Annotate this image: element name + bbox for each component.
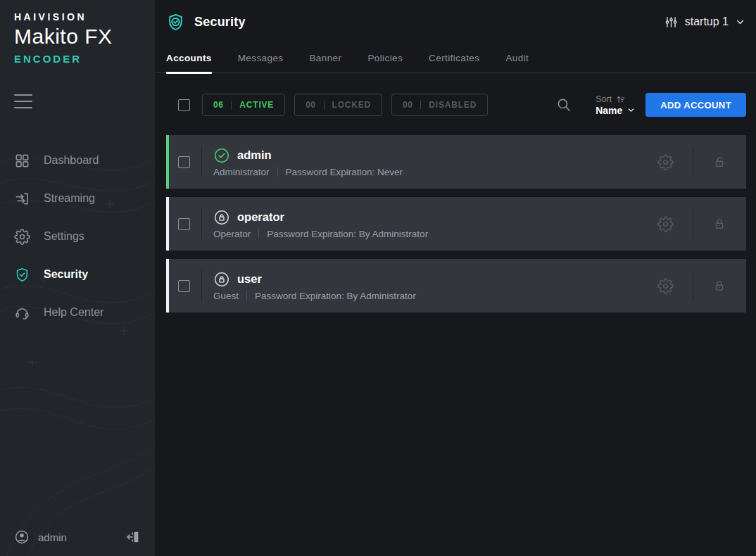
account-lock-button[interactable] bbox=[712, 155, 726, 169]
preset-value: startup 1 bbox=[685, 15, 729, 28]
page-header: Security startup 1 bbox=[155, 0, 756, 44]
tab-banner[interactable]: Banner bbox=[309, 44, 341, 73]
filter-disabled[interactable]: 00 DISABLED bbox=[391, 94, 488, 116]
account-expiration: Password Expiration: By Administrator bbox=[255, 291, 416, 301]
account-settings-button[interactable] bbox=[657, 278, 674, 294]
sidebar-item-settings[interactable]: Settings bbox=[0, 217, 155, 255]
page-title-group: Security bbox=[166, 13, 246, 32]
accounts-list: admin Administrator Password Expiration:… bbox=[166, 135, 746, 312]
account-row-operator[interactable]: operator Operator Password Expiration: B… bbox=[166, 197, 746, 251]
account-role: Operator bbox=[213, 229, 251, 239]
sort-control[interactable]: Sort Name bbox=[596, 94, 635, 116]
account-role: Administrator bbox=[213, 167, 270, 177]
divider bbox=[693, 271, 693, 301]
filter-bar-right: Sort Name ADD ACCOUNT bbox=[556, 93, 746, 117]
account-lock-button[interactable] bbox=[712, 217, 726, 231]
account-row-user[interactable]: user Guest Password Expiration: By Admin… bbox=[166, 259, 746, 312]
sort-value-row: Name bbox=[596, 105, 635, 116]
account-actions bbox=[657, 147, 746, 177]
search-button[interactable] bbox=[556, 97, 572, 113]
avatar-icon bbox=[14, 529, 30, 545]
sidebar: HAIVISION Makito FX ENCODER Dashboard St… bbox=[0, 0, 155, 556]
filter-bar: 06 ACTIVE 00 LOCKED 00 DISABLED bbox=[166, 93, 746, 117]
active-count: 06 bbox=[213, 100, 223, 110]
product-name: Makito FX bbox=[14, 25, 141, 49]
account-name: operator bbox=[237, 210, 284, 224]
account-settings-button[interactable] bbox=[657, 154, 674, 170]
help-center-icon bbox=[14, 305, 30, 321]
page-title: Security bbox=[194, 15, 246, 30]
sidebar-item-security[interactable]: Security bbox=[0, 255, 155, 293]
account-expiration: Password Expiration: Never bbox=[286, 167, 403, 177]
logout-icon bbox=[125, 529, 141, 545]
divider bbox=[201, 270, 202, 301]
account-actions bbox=[657, 271, 746, 301]
accounts-content: 06 ACTIVE 00 LOCKED 00 DISABLED bbox=[155, 73, 756, 321]
sidebar-item-label: Help Center bbox=[44, 306, 103, 319]
sidebar-item-label: Settings bbox=[44, 230, 84, 243]
account-expiration: Password Expiration: By Administrator bbox=[267, 229, 428, 239]
lock-circle-icon bbox=[213, 209, 230, 226]
tab-certificates[interactable]: Certificates bbox=[429, 44, 479, 73]
add-account-button[interactable]: ADD ACCOUNT bbox=[645, 93, 746, 117]
search-icon bbox=[556, 97, 572, 113]
gear-icon bbox=[657, 216, 674, 232]
sidebar-item-help-center[interactable]: Help Center bbox=[0, 293, 155, 331]
sidebar-item-streaming[interactable]: Streaming bbox=[0, 179, 155, 217]
account-info: operator Operator Password Expiration: B… bbox=[213, 209, 428, 239]
preset-selector[interactable]: startup 1 bbox=[664, 15, 745, 29]
locked-count: 00 bbox=[305, 100, 315, 110]
divider bbox=[258, 229, 259, 239]
account-name: admin bbox=[237, 149, 272, 162]
dashboard-icon bbox=[14, 153, 30, 169]
check-circle-icon bbox=[213, 147, 230, 164]
row-checkbox[interactable] bbox=[178, 218, 190, 230]
sidebar-item-label: Streaming bbox=[44, 192, 95, 205]
select-all-checkbox[interactable] bbox=[178, 99, 190, 111]
sort-label-row: Sort bbox=[596, 94, 635, 104]
account-role: Guest bbox=[213, 291, 239, 301]
brand-logo: HAIVISION Makito FX ENCODER bbox=[0, 0, 155, 65]
sort-ascending-icon bbox=[616, 94, 626, 104]
sidebar-footer: admin bbox=[0, 529, 155, 556]
divider bbox=[693, 209, 693, 239]
divider bbox=[201, 146, 202, 177]
divider bbox=[201, 208, 202, 239]
filter-locked[interactable]: 00 LOCKED bbox=[294, 94, 382, 116]
divider bbox=[231, 101, 232, 109]
app-root: HAIVISION Makito FX ENCODER Dashboard St… bbox=[0, 0, 756, 556]
account-settings-button[interactable] bbox=[657, 216, 674, 232]
chevron-down-icon bbox=[736, 18, 745, 27]
account-actions bbox=[657, 209, 746, 239]
menu-toggle-button[interactable] bbox=[14, 94, 32, 108]
account-name: user bbox=[237, 272, 262, 286]
lock-circle-icon bbox=[213, 271, 230, 288]
sliders-icon bbox=[664, 15, 678, 29]
row-checkbox[interactable] bbox=[178, 280, 190, 292]
divider bbox=[277, 167, 278, 177]
settings-icon bbox=[14, 229, 30, 245]
filter-active[interactable]: 06 ACTIVE bbox=[202, 94, 285, 116]
lock-icon bbox=[712, 217, 726, 231]
sidebar-nav: Dashboard Streaming Settings Security He… bbox=[0, 141, 155, 331]
account-info: user Guest Password Expiration: By Admin… bbox=[213, 271, 416, 301]
locked-label: LOCKED bbox=[332, 100, 371, 110]
logout-button[interactable] bbox=[125, 529, 141, 545]
active-label: ACTIVE bbox=[239, 100, 274, 110]
lock-open-icon bbox=[712, 155, 726, 169]
divider bbox=[246, 291, 247, 301]
sidebar-item-dashboard[interactable]: Dashboard bbox=[0, 141, 155, 179]
tab-messages[interactable]: Messages bbox=[238, 44, 284, 73]
disabled-count: 00 bbox=[403, 100, 412, 110]
security-shield-icon bbox=[14, 267, 30, 283]
row-checkbox[interactable] bbox=[178, 156, 190, 168]
account-row-admin[interactable]: admin Administrator Password Expiration:… bbox=[166, 135, 746, 189]
tab-audit[interactable]: Audit bbox=[505, 44, 529, 73]
tab-accounts[interactable]: Accounts bbox=[166, 44, 212, 73]
sort-label: Sort bbox=[596, 94, 612, 104]
account-lock-button[interactable] bbox=[712, 279, 726, 293]
tab-policies[interactable]: Policies bbox=[367, 44, 403, 73]
divider bbox=[693, 147, 693, 177]
sidebar-item-label: Dashboard bbox=[44, 154, 99, 167]
security-tabs: Accounts Messages Banner Policies Certif… bbox=[155, 44, 756, 73]
